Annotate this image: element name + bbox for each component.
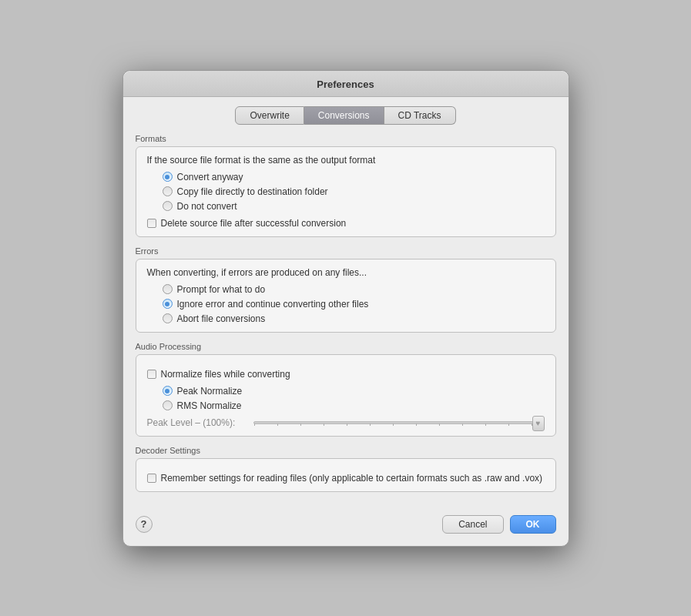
formats-radio-group: Convert anyway Copy file directly to des… (147, 172, 545, 212)
radio-prompt-label: Prompt for what to do (177, 284, 266, 295)
slider-thumb[interactable] (532, 416, 545, 431)
formats-label: Formats (136, 134, 556, 143)
ok-button[interactable]: OK (510, 515, 556, 534)
tick-3 (300, 424, 301, 426)
cancel-button[interactable]: Cancel (442, 515, 503, 534)
checkbox-delete-source[interactable]: Delete source file after successful conv… (147, 218, 545, 229)
audio-processing-label: Audio Processing (136, 342, 556, 351)
radio-abort-indicator[interactable] (163, 313, 173, 323)
tick-6 (370, 424, 371, 426)
dialog-title: Preferences (136, 79, 556, 90)
audio-processing-box: Normalize files while converting Peak No… (136, 354, 556, 437)
tick-10 (462, 424, 463, 426)
formats-description: If the source file format is the same as… (147, 155, 545, 166)
radio-rms-normalize-label: RMS Normalize (177, 400, 242, 411)
tick-marks (254, 424, 533, 426)
radio-abort-label: Abort file conversions (177, 313, 266, 324)
checkbox-remember-settings-indicator[interactable] (147, 474, 156, 483)
radio-ignore-error[interactable]: Ignore error and continue converting oth… (163, 299, 545, 310)
radio-ignore-error-indicator[interactable] (163, 299, 173, 309)
bottom-bar: ? Cancel OK (123, 507, 569, 534)
radio-abort[interactable]: Abort file conversions (163, 313, 545, 324)
help-button[interactable]: ? (136, 516, 153, 533)
tick-12 (508, 424, 509, 426)
checkbox-normalize[interactable]: Normalize files while converting (147, 369, 545, 380)
radio-do-not-convert-indicator[interactable] (163, 201, 173, 211)
radio-ignore-error-label: Ignore error and continue converting oth… (177, 299, 369, 310)
radio-do-not-convert[interactable]: Do not convert (163, 201, 545, 212)
tick-5 (347, 424, 347, 426)
radio-peak-normalize-label: Peak Normalize (177, 386, 243, 397)
errors-radio-group: Prompt for what to do Ignore error and c… (147, 284, 545, 324)
radio-rms-normalize-indicator[interactable] (163, 400, 173, 410)
radio-rms-normalize[interactable]: RMS Normalize (163, 400, 545, 411)
radio-do-not-convert-label: Do not convert (177, 201, 237, 212)
tab-overwrite[interactable]: Overwrite (235, 106, 304, 125)
tab-cd-tracks[interactable]: CD Tracks (384, 106, 456, 125)
audio-processing-section: Audio Processing Normalize files while c… (136, 342, 556, 437)
radio-copy-file-label: Copy file directly to destination folder (177, 186, 328, 197)
formats-box: If the source file format is the same as… (136, 146, 556, 237)
decoder-section: Decoder Settings Remember settings for r… (136, 446, 556, 492)
tabs-row: Overwrite Conversions CD Tracks (123, 97, 569, 125)
decoder-label: Decoder Settings (136, 446, 556, 455)
audio-processing-radio-group: Peak Normalize RMS Normalize (147, 386, 545, 411)
errors-label: Errors (136, 246, 556, 256)
formats-section: Formats If the source file format is the… (136, 134, 556, 237)
checkbox-normalize-indicator[interactable] (147, 370, 156, 379)
radio-copy-file-indicator[interactable] (163, 186, 173, 196)
slider-label: Peak Level – (100%): (147, 417, 247, 428)
radio-peak-normalize[interactable]: Peak Normalize (163, 386, 545, 397)
radio-convert-anyway-label: Convert anyway (177, 172, 243, 182)
peak-level-slider[interactable] (253, 421, 545, 424)
tick-8 (416, 424, 417, 426)
tick-1 (254, 424, 255, 426)
preferences-dialog: Preferences Overwrite Conversions CD Tra… (122, 70, 569, 547)
peak-level-slider-row: Peak Level – (100%): (147, 417, 545, 428)
tick-7 (393, 424, 394, 426)
checkbox-remember-settings-label: Remember settings for reading files (onl… (161, 473, 543, 484)
tick-2 (277, 424, 278, 426)
radio-prompt-indicator[interactable] (163, 284, 173, 294)
errors-section: Errors When converting, if errors are pr… (136, 246, 556, 333)
radio-prompt[interactable]: Prompt for what to do (163, 284, 545, 295)
title-bar: Preferences (123, 71, 569, 97)
radio-convert-anyway-indicator[interactable] (163, 172, 173, 182)
checkbox-delete-source-label: Delete source file after successful conv… (161, 218, 347, 229)
button-group: Cancel OK (442, 515, 555, 534)
radio-peak-normalize-indicator[interactable] (163, 386, 173, 396)
checkbox-normalize-label: Normalize files while converting (161, 369, 290, 380)
tick-4 (324, 424, 324, 426)
checkbox-delete-source-indicator[interactable] (147, 219, 156, 228)
radio-convert-anyway[interactable]: Convert anyway (163, 172, 545, 182)
radio-copy-file[interactable]: Copy file directly to destination folder (163, 186, 545, 197)
tab-conversions[interactable]: Conversions (304, 106, 384, 125)
errors-box: When converting, if errors are produced … (136, 259, 556, 333)
tick-11 (485, 424, 486, 426)
decoder-box: Remember settings for reading files (onl… (136, 458, 556, 492)
checkbox-remember-settings[interactable]: Remember settings for reading files (onl… (147, 473, 545, 484)
errors-description: When converting, if errors are produced … (147, 267, 545, 278)
content-area: Formats If the source file format is the… (123, 125, 569, 507)
tick-9 (439, 424, 440, 426)
